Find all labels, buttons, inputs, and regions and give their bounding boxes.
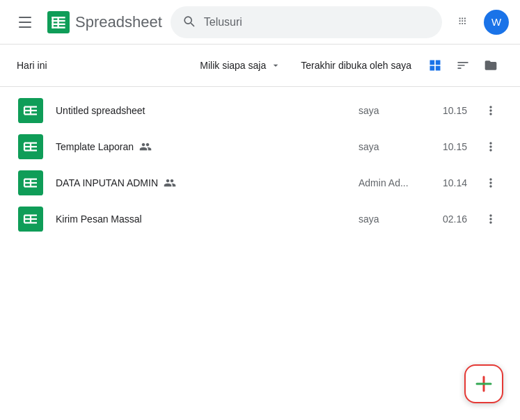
header-actions: W [450, 8, 509, 36]
file-icon [17, 205, 45, 233]
file-owner: Admin Ad... [359, 177, 414, 188]
section-title: Hari ini [17, 60, 180, 71]
file-name: Template Laporan [56, 140, 347, 153]
search-input[interactable] [204, 16, 431, 29]
chevron-down-icon [270, 60, 281, 71]
file-name-text: Untitled spreadsheet [56, 105, 145, 116]
subheader: Hari ini Milik siapa saja Terakhir dibuk… [0, 45, 520, 87]
more-options-button[interactable] [478, 134, 503, 159]
file-owner: saya [359, 105, 414, 116]
file-time: 10.14 [425, 177, 467, 188]
svg-rect-6 [57, 17, 58, 29]
shared-icon [139, 140, 152, 153]
file-row[interactable]: Template Laporansaya10.15 [0, 129, 520, 165]
grid-view-button[interactable] [423, 53, 448, 78]
file-name-text: DATA INPUTAN ADMIN [56, 177, 158, 188]
file-icon [17, 169, 45, 197]
file-row[interactable]: DATA INPUTAN ADMINAdmin Ad...10.14 [0, 165, 520, 201]
sort-label: Terakhir dibuka oleh saya [301, 60, 411, 71]
file-icon [17, 133, 45, 161]
sort-view-button[interactable] [450, 53, 475, 78]
app-logo[interactable]: Spreadsheet [47, 11, 162, 33]
header: Spreadsheet W [0, 0, 520, 45]
shared-icon [164, 177, 176, 189]
view-toggle [423, 53, 503, 78]
file-name: Kirim Pesan Massal [56, 213, 347, 225]
file-owner: saya [359, 141, 414, 152]
file-name-text: Template Laporan [56, 141, 134, 152]
filter-label: Milik siapa saja [200, 60, 266, 71]
file-list: Untitled spreadsheetsaya10.15 Template L… [0, 87, 520, 243]
apps-button[interactable] [450, 8, 478, 36]
menu-button[interactable] [11, 8, 39, 36]
file-owner: saya [359, 213, 414, 225]
file-row[interactable]: Untitled spreadsheetsaya10.15 [0, 92, 520, 129]
file-row[interactable]: Kirim Pesan Massalsaya02.16 [0, 201, 520, 237]
svg-rect-5 [52, 17, 53, 29]
file-name: Untitled spreadsheet [56, 105, 347, 116]
folder-view-button[interactable] [478, 53, 503, 78]
file-time: 02.16 [425, 213, 467, 225]
file-name-text: Kirim Pesan Massal [56, 213, 142, 225]
more-options-button[interactable] [478, 98, 503, 123]
file-name: DATA INPUTAN ADMIN [56, 177, 347, 189]
file-time: 10.15 [425, 105, 467, 116]
sheets-icon [47, 11, 70, 33]
new-spreadsheet-fab[interactable] [464, 364, 503, 403]
more-options-button[interactable] [478, 207, 503, 232]
app-name: Spreadsheet [75, 13, 162, 31]
file-time: 10.15 [425, 141, 467, 152]
search-icon [182, 14, 196, 31]
avatar[interactable]: W [484, 10, 509, 35]
more-options-button[interactable] [478, 170, 503, 195]
plus-icon [473, 373, 495, 395]
hamburger-icon [19, 17, 31, 28]
filter-button[interactable]: Milik siapa saja [191, 56, 290, 75]
search-bar [171, 6, 442, 38]
file-icon [17, 97, 45, 124]
